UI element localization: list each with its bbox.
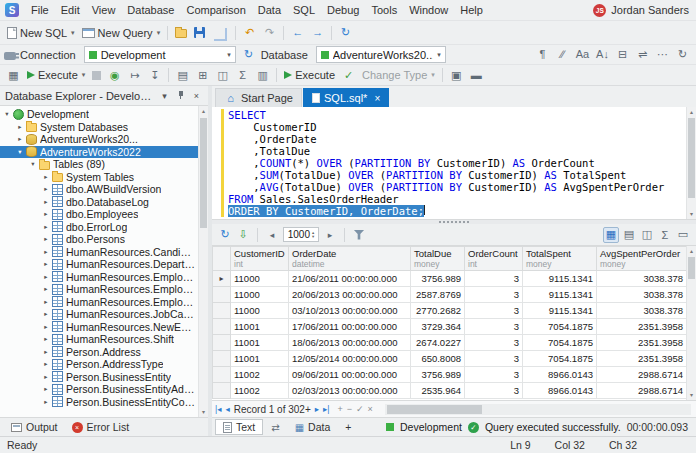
- expander-icon[interactable]: ▸: [41, 273, 51, 281]
- grid-cell[interactable]: 11000: [231, 303, 289, 319]
- grid-cell[interactable]: 3: [465, 319, 523, 335]
- tree-node[interactable]: ▸dbo.AWBuildVersion: [0, 183, 208, 196]
- menu-sql[interactable]: SQL: [287, 2, 321, 18]
- data-view-tab[interactable]: ▦Data: [288, 419, 338, 435]
- scroll-down-icon[interactable]: ▾: [687, 390, 696, 400]
- row-selector[interactable]: [213, 367, 231, 383]
- tab-start-page[interactable]: ⌂ Start Page: [215, 88, 302, 107]
- execution-plan-button[interactable]: ⊞: [193, 67, 212, 84]
- tree-node[interactable]: ▸Person.BusinessEntity: [0, 371, 208, 384]
- scrollbar-thumb[interactable]: [688, 257, 695, 279]
- grid-cell[interactable]: 2351.3958: [597, 319, 687, 335]
- tree-node[interactable]: ▸HumanResources.EmployeeDepartmentHistor…: [0, 283, 208, 296]
- column-header-ordercount[interactable]: OrderCountint: [465, 247, 523, 271]
- row-selector[interactable]: [213, 383, 231, 399]
- next-record-button[interactable]: ▸: [315, 404, 319, 414]
- add-view-tab[interactable]: +: [338, 419, 358, 435]
- grid-cell[interactable]: 650.8008: [411, 351, 465, 367]
- prev-record-button[interactable]: ◂: [225, 404, 229, 414]
- grid-cell[interactable]: 11002: [231, 383, 289, 399]
- grid-cell[interactable]: 3: [465, 351, 523, 367]
- grid-cell[interactable]: 9115.1341: [523, 303, 597, 319]
- expander-icon[interactable]: ▾: [2, 110, 12, 118]
- grid-cell[interactable]: 11000: [231, 271, 289, 287]
- aggregate-view-button[interactable]: Σ: [657, 227, 673, 243]
- panel-menu-button[interactable]: ▾: [158, 91, 171, 101]
- show-whitespace-button[interactable]: ⋯: [653, 46, 672, 63]
- tree-node[interactable]: ▾Tables (89): [0, 158, 208, 171]
- code-line[interactable]: ,SUM(TotalDue) OVER (PARTITION BY Custom…: [228, 169, 686, 181]
- navigate-backward-button[interactable]: ←: [288, 24, 307, 41]
- row-selector[interactable]: [213, 351, 231, 367]
- menu-file[interactable]: File: [25, 2, 55, 18]
- scroll-up-icon[interactable]: ▴: [687, 246, 696, 256]
- undo-button[interactable]: ↶: [240, 24, 259, 41]
- menu-comparison[interactable]: Comparison: [180, 2, 251, 18]
- grid-cell[interactable]: 7054.1875: [523, 335, 597, 351]
- expander-icon[interactable]: ▸: [41, 210, 51, 218]
- expander-icon[interactable]: ▸: [41, 235, 51, 243]
- tree-node[interactable]: ▸HumanResources.Department: [0, 258, 208, 271]
- refresh-results-button[interactable]: ↻: [217, 227, 233, 243]
- tree-node[interactable]: ▸Person.BusinessEntityAddress: [0, 383, 208, 396]
- expander-icon[interactable]: ▸: [41, 285, 51, 293]
- menu-data[interactable]: Data: [252, 2, 287, 18]
- menu-tools[interactable]: Tools: [365, 2, 403, 18]
- expander-icon[interactable]: ▸: [41, 385, 51, 393]
- tree-node[interactable]: ▸System Databases: [0, 121, 208, 134]
- post-edit-button[interactable]: ✓: [356, 404, 364, 414]
- tree-node[interactable]: ▸Person.AddressType: [0, 358, 208, 371]
- grid-cell[interactable]: 3756.989: [411, 367, 465, 383]
- grid-row[interactable]: 1100202/03/2013 00:00:00.0002535.9643896…: [213, 383, 687, 399]
- toggle-case-button[interactable]: Aa: [573, 46, 592, 63]
- grid-cell[interactable]: 3038.378: [597, 303, 687, 319]
- code-line[interactable]: ORDER BY CustomerID, OrderDate;: [228, 205, 686, 217]
- row-selector[interactable]: [213, 335, 231, 351]
- close-icon[interactable]: ×: [374, 93, 380, 104]
- grid-row[interactable]: 1100117/06/2011 00:00:00.0003729.3643705…: [213, 319, 687, 335]
- tab-sql-document[interactable]: SQL.sql* ×: [303, 88, 389, 107]
- redo-button[interactable]: ↷: [260, 24, 279, 41]
- grid-cell[interactable]: 2587.8769: [411, 287, 465, 303]
- expander-icon[interactable]: ▸: [41, 373, 51, 381]
- filter-button[interactable]: [351, 227, 367, 243]
- tree-node[interactable]: ▸Person.BusinessEntityContact: [0, 396, 208, 409]
- expander-icon[interactable]: ▸: [15, 135, 25, 143]
- open-file-button[interactable]: [172, 25, 190, 40]
- aggregates-button[interactable]: Σ: [233, 67, 252, 84]
- export-data-button[interactable]: ⇩: [235, 227, 251, 243]
- row-selector[interactable]: [213, 303, 231, 319]
- tree-node[interactable]: ▸AdventureWorks20...: [0, 133, 208, 146]
- tree-node[interactable]: ▸System Tables: [0, 171, 208, 184]
- grid-cell[interactable]: 09/06/2011 00:00:00.000: [289, 367, 411, 383]
- scroll-down-icon[interactable]: ▾: [199, 407, 208, 417]
- grid-cell[interactable]: 11001: [231, 319, 289, 335]
- grid-cell[interactable]: 3: [465, 303, 523, 319]
- close-icon[interactable]: ×: [190, 91, 203, 101]
- grid-cell[interactable]: 02/03/2013 00:00:00.000: [289, 383, 411, 399]
- code-line[interactable]: ,TotalDue: [228, 145, 686, 157]
- expander-icon[interactable]: ▸: [41, 298, 51, 306]
- row-selector[interactable]: ▸: [213, 271, 231, 287]
- grid-cell[interactable]: 2535.964: [411, 383, 465, 399]
- refresh-document-button[interactable]: ↻: [336, 24, 355, 41]
- sort-lines-button[interactable]: A↓: [593, 46, 612, 63]
- grid-cell[interactable]: 2674.0227: [411, 335, 465, 351]
- scrollbar-thumb[interactable]: [200, 118, 207, 228]
- scroll-up-icon[interactable]: ▴: [687, 107, 696, 117]
- connection-select[interactable]: Development ▾: [84, 46, 236, 63]
- scroll-up-icon[interactable]: ▴: [199, 106, 208, 116]
- grid-cell[interactable]: 3038.378: [597, 271, 687, 287]
- refresh-connection-button[interactable]: ↻: [241, 47, 257, 63]
- new-sql-button[interactable]: New SQL▾: [4, 25, 78, 41]
- expander-icon[interactable]: ▸: [41, 348, 51, 356]
- menu-view[interactable]: View: [86, 2, 122, 18]
- grid-cell[interactable]: 11002: [231, 367, 289, 383]
- word-wrap-button[interactable]: ⇌: [633, 46, 652, 63]
- spinner-icon[interactable]: ▴▾: [312, 231, 314, 238]
- code-line[interactable]: FROM Sales.SalesOrderHeader: [228, 193, 686, 205]
- grid-cell[interactable]: 20/06/2013 00:00:00.000: [289, 287, 411, 303]
- grid-cell[interactable]: 3038.378: [597, 287, 687, 303]
- grid-cell[interactable]: 3756.989: [411, 271, 465, 287]
- menu-database[interactable]: Database: [121, 2, 180, 18]
